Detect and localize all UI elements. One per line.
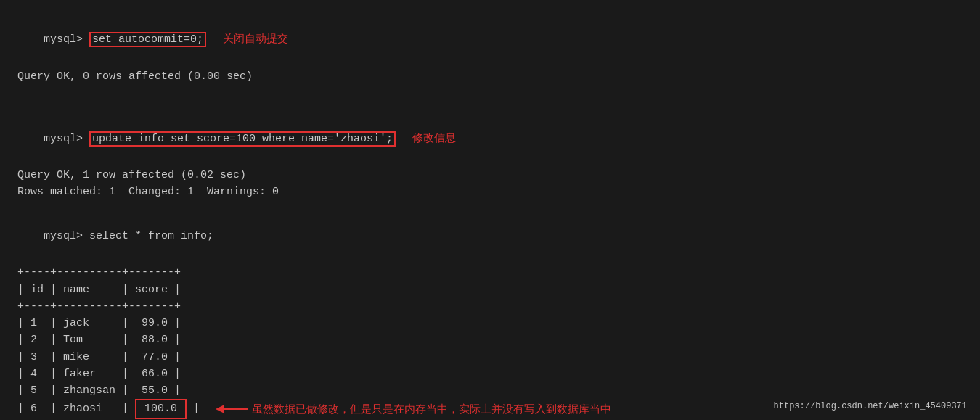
table-row: | 3 | mike | 77.0 | — [17, 349, 963, 366]
row6-prefix: | 6 | zhaosi | — [17, 400, 135, 417]
highlighted-score: 100.0 — [135, 399, 187, 419]
arrow-icon — [213, 401, 248, 417]
arrow-annotation-text: 虽然数据已做修改，但是只是在内存当中，实际上并没有写入到数据库当中 — [252, 400, 611, 417]
table-row: | 2 | Tom | 88.0 | — [17, 332, 963, 348]
command-box-2: update info set score=100 where name='zh… — [89, 131, 396, 147]
row6-suffix: | — [187, 400, 200, 417]
command-line-2: mysql> update info set score=100 where n… — [17, 112, 963, 164]
result-2-0: Query OK, 1 row affected (0.02 sec) — [17, 167, 963, 184]
table-separator-top: +----+----------+-------+ — [17, 264, 963, 281]
table-row: | 1 | jack | 99.0 | — [17, 315, 963, 332]
prompt-2: mysql> — [44, 133, 89, 145]
terminal-window: mysql> set autocommit=0; 关闭自动提交 Query OK… — [17, 13, 963, 420]
command-line-3: mysql> select * from info; — [17, 211, 963, 262]
table-separator-mid: +----+----------+-------+ — [17, 298, 963, 315]
result-1-0: Query OK, 0 rows affected (0.00 sec) — [17, 68, 963, 85]
command-line-1: mysql> set autocommit=0; 关闭自动提交 — [17, 13, 963, 65]
prompt-3: mysql> — [44, 230, 89, 242]
spacer-1 — [17, 85, 963, 102]
annotation-1: 关闭自动提交 — [212, 32, 288, 44]
command-box-1: set autocommit=0; — [89, 32, 206, 47]
table-row: | 5 | zhangsan | 55.0 | — [17, 382, 963, 399]
table-row: | 4 | faker | 66.0 | — [17, 366, 963, 382]
prompt-1: mysql> — [44, 33, 89, 46]
blog-url: https://blog.csdn.net/weixin_45409371 — [774, 401, 967, 411]
table-header: | id | name | score | — [17, 281, 963, 298]
result-2-1: Rows matched: 1 Changed: 1 Warnings: 0 — [17, 184, 963, 200]
annotation-2: 修改信息 — [401, 131, 456, 144]
command-3: select * from info; — [89, 230, 213, 242]
